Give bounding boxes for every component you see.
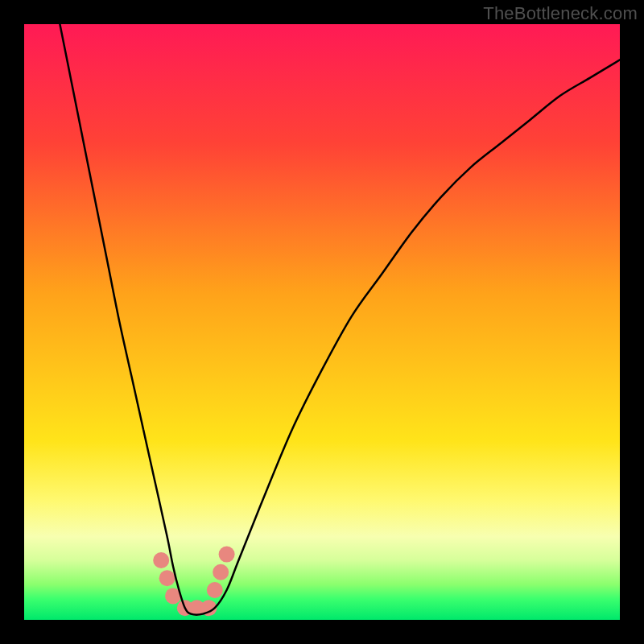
curve-marker — [213, 564, 229, 580]
curve-marker — [153, 552, 169, 568]
chart-svg — [24, 24, 620, 620]
watermark-text: TheBottleneck.com — [483, 3, 638, 24]
plot-area — [24, 24, 620, 620]
chart-frame: TheBottleneck.com — [0, 0, 644, 644]
curve-marker — [159, 570, 175, 586]
curve-marker — [219, 547, 235, 563]
curve-marker — [207, 582, 223, 598]
gradient-background — [24, 24, 620, 620]
